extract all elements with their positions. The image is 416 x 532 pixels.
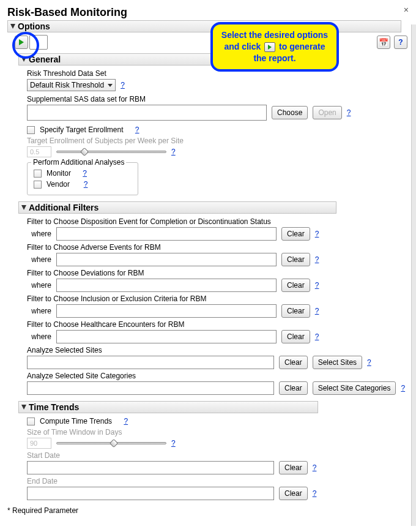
instruction-callout: Select the desired options and click to …: [210, 22, 339, 72]
help-link[interactable]: ?: [121, 81, 125, 89]
help-link[interactable]: ?: [171, 148, 176, 156]
select-sites-button[interactable]: Select Sites: [313, 356, 362, 369]
disclosure-triangle-icon: [21, 405, 26, 410]
help-link[interactable]: ?: [135, 126, 139, 134]
page-title: Risk-Based Monitoring: [7, 6, 409, 19]
risk-threshold-select[interactable]: Default Risk Threshold: [27, 79, 116, 91]
options-section-header[interactable]: Options: [7, 20, 401, 32]
help-link[interactable]: ?: [313, 463, 317, 472]
filter4-input[interactable]: [56, 304, 277, 318]
help-icon: ?: [398, 38, 403, 47]
analyze-cats-input[interactable]: [27, 381, 274, 395]
select-cats-button[interactable]: Select Site Categories: [313, 381, 396, 395]
help-link[interactable]: ?: [367, 358, 371, 367]
toolbar-empty-field[interactable]: [29, 35, 48, 50]
supplemental-label: Supplemental SAS data set for RBM: [27, 95, 404, 103]
end-date-clear-button[interactable]: Clear: [279, 487, 308, 500]
help-link[interactable]: ?: [313, 489, 317, 498]
specify-target-label: Specify Target Enrollment: [40, 126, 124, 134]
help-link[interactable]: ?: [347, 108, 351, 117]
close-icon[interactable]: ×: [404, 5, 409, 15]
disclosure-triangle-icon: [10, 24, 15, 29]
filter2-input[interactable]: [56, 253, 277, 266]
analyze-cats-clear-button[interactable]: Clear: [279, 381, 308, 395]
where-label: where: [27, 230, 51, 238]
open-button: Open: [313, 106, 341, 119]
target-enroll-label: Target Enrollment of Subjects per Week p…: [27, 137, 404, 145]
compute-time-label: Compute Time Trends: [40, 417, 112, 425]
compute-time-checkbox[interactable]: [27, 418, 35, 425]
target-enroll-value: 0.5: [27, 146, 51, 157]
analyze-sites-label: Analyze Selected Sites: [27, 346, 404, 354]
help-link[interactable]: ?: [83, 169, 87, 178]
help-link[interactable]: ?: [315, 281, 319, 290]
help-link[interactable]: ?: [171, 439, 176, 448]
dropdown-arrow-icon: [108, 84, 113, 87]
vendor-label: Vendor: [46, 180, 70, 189]
help-link[interactable]: ?: [315, 307, 319, 315]
play-icon: [19, 39, 24, 45]
filters-header-label: Additional Filters: [29, 203, 98, 212]
start-date-input[interactable]: [27, 461, 274, 474]
filter1-label: Filter to Choose Disposition Event for C…: [27, 217, 404, 226]
filter5-input[interactable]: [56, 330, 277, 343]
options-header-label: Options: [18, 21, 50, 31]
start-date-label: Start Date: [27, 451, 404, 460]
filter4-label: Filter to Choose Inclusion or Exclusion …: [27, 294, 404, 303]
where-label: where: [27, 332, 51, 341]
where-label: where: [27, 307, 51, 315]
filter5-label: Filter to Choose Healthcare Encounters f…: [27, 320, 404, 329]
analyze-sites-input[interactable]: [27, 356, 274, 369]
time-section-header[interactable]: Time Trends: [18, 401, 318, 413]
monitor-label: Monitor: [46, 169, 71, 178]
required-footnote: * Required Parameter: [7, 506, 409, 515]
analyze-cats-label: Analyze Selected Site Categories: [27, 372, 404, 380]
window-slider: [56, 442, 166, 444]
end-date-label: End Date: [27, 477, 404, 485]
choose-button[interactable]: Choose: [272, 106, 308, 119]
run-icon-inline: [264, 42, 275, 52]
time-header-label: Time Trends: [29, 402, 79, 412]
help-link[interactable]: ?: [315, 255, 319, 264]
vendor-checkbox[interactable]: [34, 181, 42, 189]
help-icon-button[interactable]: ?: [394, 36, 407, 49]
help-link[interactable]: ?: [84, 180, 88, 189]
help-link[interactable]: ?: [315, 230, 319, 238]
calendar-icon: 📅: [379, 38, 388, 47]
filter4-clear-button[interactable]: Clear: [281, 304, 310, 318]
where-label: where: [27, 281, 51, 290]
disclosure-triangle-icon: [21, 205, 26, 210]
slider-thumb-icon: [110, 439, 118, 448]
filter3-input[interactable]: [56, 279, 277, 292]
end-date-input[interactable]: [27, 487, 274, 500]
where-label: where: [27, 255, 51, 264]
filter2-clear-button[interactable]: Clear: [281, 253, 310, 266]
run-button[interactable]: [15, 36, 28, 49]
filter3-clear-button[interactable]: Clear: [281, 279, 310, 292]
filter1-input[interactable]: [56, 227, 277, 241]
filters-section-header[interactable]: Additional Filters: [18, 201, 336, 214]
filter3-label: Filter to Choose Deviations for RBM: [27, 269, 404, 277]
target-enroll-slider: [56, 151, 166, 153]
analyze-sites-clear-button[interactable]: Clear: [279, 356, 308, 369]
vertical-scrollbar[interactable]: [411, 24, 416, 526]
perform-analyses-legend: Perform Additional Analyses: [31, 158, 126, 167]
filter2-label: Filter to Choose Adverse Events for RBM: [27, 243, 404, 252]
calendar-icon-button[interactable]: 📅: [377, 36, 390, 49]
filter1-clear-button[interactable]: Clear: [281, 227, 310, 241]
monitor-checkbox[interactable]: [34, 170, 42, 178]
window-value: 90: [27, 438, 51, 449]
window-label: Size of Time Window in Days: [27, 428, 404, 436]
help-link[interactable]: ?: [124, 417, 128, 425]
risk-threshold-value: Default Risk Threshold: [30, 81, 104, 89]
supplemental-input[interactable]: [27, 105, 267, 121]
slider-thumb-icon: [80, 148, 89, 156]
help-link[interactable]: ?: [401, 384, 405, 392]
filter5-clear-button[interactable]: Clear: [281, 330, 310, 343]
disclosure-triangle-icon: [21, 57, 26, 62]
general-header-label: General: [29, 54, 61, 64]
help-link[interactable]: ?: [315, 332, 319, 341]
start-date-clear-button[interactable]: Clear: [279, 461, 308, 474]
perform-analyses-group: Perform Additional Analyses Monitor ? Ve…: [27, 162, 138, 195]
specify-target-checkbox[interactable]: [27, 126, 35, 134]
